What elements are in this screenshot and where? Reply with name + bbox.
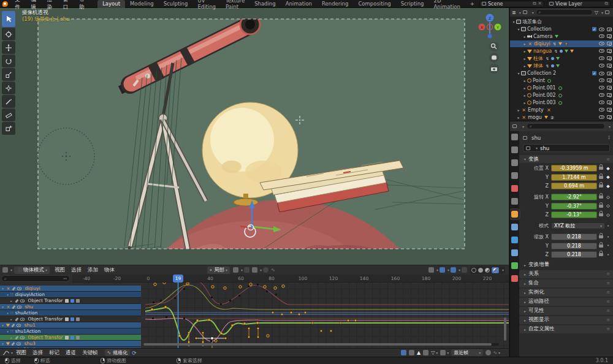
render-camera-icon[interactable] <box>607 108 612 112</box>
menu-edit[interactable]: 编辑 <box>27 0 43 11</box>
graph-menu-select[interactable]: 选择 <box>32 349 43 357</box>
tab-world[interactable] <box>511 198 518 205</box>
tool-transform[interactable] <box>2 82 15 94</box>
properties-type-icon[interactable] <box>512 124 517 128</box>
falloff-icon[interactable]: ∿ <box>493 350 497 355</box>
outliner-row-zhuti[interactable]: ▸柱体 ↯ <box>510 55 613 62</box>
scale-z-input[interactable]: 0.218 <box>551 251 597 258</box>
tab-constraints[interactable] <box>511 249 518 256</box>
hide-eye-icon[interactable] <box>599 100 604 104</box>
3d-viewport-canvas[interactable]: X Y Z <box>0 8 509 265</box>
hide-eye-icon[interactable] <box>599 72 604 75</box>
keyframe-icon[interactable]: ◇ <box>605 195 611 200</box>
tab-scene[interactable] <box>511 185 518 192</box>
falloff-icon[interactable]: ∿ <box>271 267 275 273</box>
channel-diqiuyiAction[interactable]: ▾∷diqiuyiAction <box>0 292 141 298</box>
viewport-menu-object[interactable]: 物体 <box>104 267 115 274</box>
graph-menu-marker[interactable]: 标记 <box>49 349 59 357</box>
tab-tool[interactable] <box>511 134 518 140</box>
outliner-row-point001[interactable]: ▸Point.001 <box>510 85 613 91</box>
hide-eye-icon[interactable] <box>599 42 604 45</box>
object-name-field[interactable]: ▾ shu <box>523 144 610 152</box>
transform-panel-header[interactable]: ▾变换 ≡ <box>519 155 613 163</box>
render-camera-icon[interactable] <box>607 28 612 31</box>
shading-material-icon[interactable] <box>485 268 490 273</box>
box-select-icon[interactable] <box>409 350 414 355</box>
render-camera-icon[interactable] <box>607 49 612 53</box>
scale-x-input[interactable]: 0.218 <box>551 233 597 240</box>
scale-y-input[interactable]: 0.218 <box>551 243 597 249</box>
shading-wireframe-icon[interactable] <box>471 268 476 273</box>
render-camera-icon[interactable] <box>607 100 612 104</box>
outliner-row-point[interactable]: ▸Point <box>510 77 613 84</box>
tab-shading[interactable]: Shading <box>249 0 281 8</box>
tab-layout[interactable]: Layout <box>97 0 125 8</box>
section-custom-properties[interactable]: ▸自定义属性≡ <box>519 325 613 333</box>
outliner-row-empty[interactable]: ▸⨯Empty ⨯ <box>510 107 613 113</box>
menu-window[interactable]: 窗口 <box>59 0 75 11</box>
lock-icon[interactable] <box>599 235 603 238</box>
hide-eye-icon[interactable] <box>599 56 604 60</box>
outliner-row-point002[interactable]: ▸Point.002 <box>510 92 613 99</box>
shading-solid-icon[interactable] <box>478 268 483 273</box>
show-gizmo-icon[interactable] <box>440 267 445 273</box>
render-camera-icon[interactable] <box>607 42 612 45</box>
tool-annotate[interactable] <box>2 95 15 108</box>
new-collection-icon[interactable] <box>605 10 609 14</box>
tab-object[interactable] <box>511 211 518 218</box>
viewport-menu-add[interactable]: 添加 <box>88 267 98 274</box>
vertical-scrollbar[interactable] <box>504 317 506 341</box>
outliner-row-collection2[interactable]: ▾Collection 2 ✓ <box>510 70 613 77</box>
tab-rendering[interactable]: Rendering <box>317 0 353 8</box>
lock-icon[interactable] <box>599 245 603 248</box>
tool-rotate[interactable] <box>2 55 15 67</box>
outliner-display-icon[interactable] <box>523 10 527 14</box>
tool-add-object[interactable] <box>2 122 15 135</box>
lock-icon[interactable] <box>599 184 603 188</box>
section-collections[interactable]: ▸集合≡ <box>519 279 613 287</box>
keyframe-icon[interactable]: ◆ <box>605 166 611 171</box>
collection-checkbox[interactable]: ✓ <box>592 71 596 75</box>
lock-icon[interactable] <box>599 176 603 179</box>
section-viewport-display[interactable]: ▸视图显示≡ <box>519 316 613 324</box>
tab-output[interactable] <box>511 159 518 166</box>
blender-logo-icon[interactable] <box>2 1 8 7</box>
location-z-input[interactable]: 0.694 m <box>551 183 597 189</box>
outliner-row-nangua[interactable]: ▸nangua ↯ <box>510 48 613 55</box>
keyframe-icon[interactable]: ◇ <box>605 213 611 218</box>
normalize-toggle[interactable]: ∿ 规格化 <box>105 349 131 356</box>
tab-2d-animation[interactable]: 2D Animation <box>429 0 465 8</box>
outliner-search-input[interactable]: ⌕ <box>536 9 593 15</box>
lock-icon[interactable] <box>599 205 603 208</box>
pivot-icon[interactable] <box>440 350 446 355</box>
location-x-input[interactable]: -0.33959 m <box>551 165 597 172</box>
outliner-row-mogu[interactable]: ▸⨯mogu 2 <box>510 114 613 121</box>
rotation-z-input[interactable]: -0.13° <box>551 211 597 218</box>
hide-eye-icon[interactable] <box>599 49 604 53</box>
tab-uv-editing[interactable]: UV Editing <box>192 0 221 8</box>
tab-modifiers[interactable] <box>511 224 518 230</box>
hide-eye-icon[interactable] <box>599 108 604 112</box>
channel-object-transform-3-selected[interactable]: ▸Object Transfor <box>0 335 141 341</box>
snap-settings-icon[interactable] <box>252 267 257 273</box>
channel-shu1Action[interactable]: ▾∷shu1Action <box>0 328 141 335</box>
tab-sculpting[interactable]: Sculpting <box>159 0 193 8</box>
section-visibility[interactable]: ▸可见性≡ <box>519 307 613 315</box>
tool-select-box[interactable] <box>2 11 15 27</box>
render-camera-icon[interactable] <box>607 115 612 119</box>
show-overlays-icon[interactable] <box>451 267 456 273</box>
hide-eye-icon[interactable] <box>599 34 604 38</box>
section-motion-paths[interactable]: ▸运动路径≡ <box>519 298 613 306</box>
rotation-x-input[interactable]: -2.92° <box>551 194 597 200</box>
hide-eye-icon[interactable] <box>599 78 604 82</box>
tab-render[interactable] <box>511 146 518 153</box>
render-camera-icon[interactable] <box>607 72 612 75</box>
add-workspace-button[interactable]: + <box>465 0 479 8</box>
tab-texture-paint[interactable]: Texture Paint <box>221 0 249 8</box>
tab-object-data[interactable] <box>511 262 518 269</box>
tab-material[interactable] <box>511 275 518 282</box>
graph-menu-channel[interactable]: 通道 <box>66 349 76 357</box>
filter-icon[interactable]: ▽ <box>431 350 435 355</box>
keyframe-icon[interactable]: ◇ <box>605 203 611 208</box>
render-camera-icon[interactable] <box>607 86 612 89</box>
